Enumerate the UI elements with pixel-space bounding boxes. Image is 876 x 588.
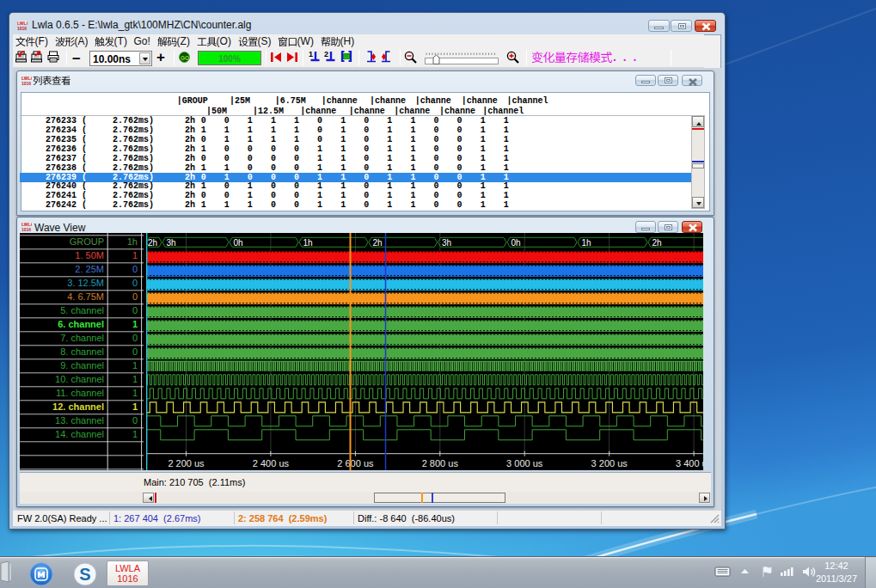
svg-text:2 800 us: 2 800 us — [421, 458, 458, 469]
svg-text:2h: 2h — [148, 238, 157, 248]
svg-text:(T): (T) — [113, 35, 126, 47]
svg-text:1016: 1016 — [21, 81, 31, 86]
svg-text:(W): (W) — [297, 35, 313, 47]
svg-text:3 400 us: 3 400 us — [675, 458, 702, 469]
svg-text:3 200 us: 3 200 us — [591, 458, 628, 469]
svg-text:3h: 3h — [442, 238, 451, 248]
svg-text:(Z): (Z) — [177, 35, 190, 47]
svg-text:(S): (S) — [258, 35, 272, 47]
svg-text:1016: 1016 — [17, 26, 27, 31]
svg-text:2h: 2h — [652, 238, 661, 248]
svg-text:1h: 1h — [303, 238, 312, 248]
svg-text:2 600 us: 2 600 us — [337, 458, 374, 469]
svg-text:2 400 us: 2 400 us — [252, 458, 289, 469]
svg-text:(H): (H) — [340, 35, 354, 47]
svg-text:2h: 2h — [372, 238, 382, 248]
svg-text:S: S — [79, 565, 90, 584]
svg-text:(F): (F) — [35, 35, 48, 47]
svg-text:0h: 0h — [511, 238, 520, 248]
svg-text:3h: 3h — [166, 238, 175, 248]
svg-text:(A): (A) — [74, 35, 88, 47]
svg-text:1h: 1h — [581, 238, 591, 248]
svg-text:(O): (O) — [217, 35, 231, 47]
svg-text:1016: 1016 — [21, 227, 31, 232]
svg-text:2: 2 — [324, 50, 328, 58]
svg-text:3 000 us: 3 000 us — [506, 458, 543, 469]
svg-text:0h: 0h — [233, 238, 242, 248]
svg-text:2 200 us: 2 200 us — [168, 458, 205, 469]
svg-text:1: 1 — [309, 50, 313, 58]
